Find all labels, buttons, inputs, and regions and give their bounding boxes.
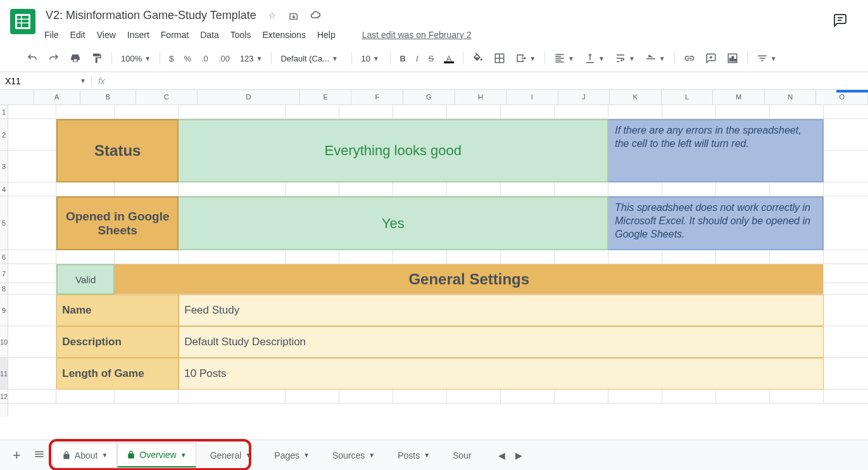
general-settings-header[interactable]: General Settings (115, 264, 824, 295)
menu-file[interactable]: File (44, 30, 59, 40)
doc-title[interactable]: V2: Misinformation Game-Study Template (43, 5, 259, 26)
col-header-A[interactable]: A (34, 90, 80, 105)
col-header-D[interactable]: D (198, 90, 300, 105)
last-edit-link[interactable]: Last edit was on February 2 (362, 30, 472, 40)
fontsize-dropdown[interactable]: 10 ▼ (357, 51, 385, 66)
field-value-0[interactable]: Feed Study (179, 295, 824, 326)
opened-value-cell[interactable]: Yes (179, 196, 608, 250)
cell[interactable] (716, 250, 770, 264)
cell[interactable] (716, 182, 770, 196)
cell[interactable] (716, 105, 770, 119)
cell[interactable] (501, 182, 555, 196)
filter-dropdown[interactable]: ▼ (753, 50, 781, 67)
status-note-cell[interactable]: If there are any errors in the spreadshe… (608, 119, 824, 182)
cell[interactable] (447, 105, 501, 119)
menu-extensions[interactable]: Extensions (262, 30, 305, 40)
opened-note-cell[interactable]: This spreadsheet does not work correctly… (608, 196, 824, 250)
menu-data[interactable]: Data (200, 30, 219, 40)
cell[interactable] (115, 182, 179, 196)
cell[interactable] (393, 105, 447, 119)
cell[interactable] (447, 250, 501, 264)
move-icon[interactable] (288, 10, 299, 22)
cell[interactable] (8, 105, 56, 119)
cell[interactable] (824, 250, 868, 264)
cell[interactable] (56, 105, 115, 119)
cell[interactable] (608, 250, 662, 264)
redo-button[interactable] (44, 49, 63, 68)
row-header-6[interactable]: 6 (0, 250, 8, 264)
cell[interactable] (770, 390, 824, 403)
paint-format-button[interactable] (87, 49, 106, 68)
cell[interactable] (8, 250, 56, 264)
row-header-5[interactable]: 5 (0, 196, 8, 250)
cell[interactable] (555, 105, 608, 119)
cell[interactable] (608, 182, 662, 196)
print-button[interactable] (66, 49, 85, 68)
col-header-F[interactable]: F (351, 90, 403, 105)
cell[interactable] (8, 119, 56, 151)
wrap-dropdown[interactable]: ▼ (611, 50, 639, 67)
cell[interactable] (8, 182, 56, 196)
col-header-H[interactable]: H (455, 90, 507, 105)
insert-chart-button[interactable] (723, 49, 742, 68)
cell[interactable] (115, 105, 179, 119)
cell[interactable] (608, 390, 662, 403)
cell[interactable] (393, 390, 447, 403)
field-value-1[interactable]: Default Study Description (179, 326, 824, 358)
row-header-8[interactable]: 8 (0, 283, 8, 295)
status-value-cell[interactable]: Everything looks good (179, 119, 608, 182)
cell[interactable] (824, 283, 868, 295)
number-format-dropdown[interactable]: 123▼ (236, 51, 267, 66)
menu-view[interactable]: View (97, 30, 116, 40)
cell[interactable] (447, 390, 501, 403)
text-color-button[interactable]: A (440, 50, 458, 67)
cell[interactable] (393, 182, 447, 196)
halign-dropdown[interactable]: ▼ (550, 50, 578, 67)
row-header-7[interactable]: 7 (0, 264, 8, 283)
cell[interactable] (56, 182, 115, 196)
cell[interactable] (501, 250, 555, 264)
col-header-C[interactable]: C (136, 90, 198, 105)
cell[interactable] (339, 105, 393, 119)
col-header-G[interactable]: G (403, 90, 455, 105)
cell[interactable] (824, 119, 868, 151)
cell[interactable] (824, 151, 868, 182)
cell[interactable] (179, 390, 286, 403)
cell[interactable] (286, 105, 339, 119)
cell[interactable] (824, 295, 868, 326)
col-header-K[interactable]: K (610, 90, 662, 105)
cell[interactable] (8, 390, 56, 403)
fill-color-button[interactable] (469, 49, 487, 68)
col-header-I[interactable]: I (506, 90, 558, 105)
strikethrough-button[interactable]: S (425, 50, 438, 67)
cell[interactable] (8, 196, 56, 250)
cell[interactable] (286, 390, 339, 403)
cell[interactable] (662, 250, 716, 264)
cell[interactable] (447, 182, 501, 196)
decimal-increase-button[interactable]: .00 (215, 50, 234, 67)
namebox-dropdown-icon[interactable]: ▼ (75, 77, 91, 84)
cell[interactable] (8, 264, 56, 283)
cell[interactable] (8, 283, 56, 295)
cloud-status-icon[interactable] (310, 10, 321, 22)
cell[interactable] (824, 182, 868, 196)
row-header-10[interactable]: 10 (0, 326, 8, 358)
cell[interactable] (824, 358, 868, 390)
cell[interactable] (115, 250, 179, 264)
cell[interactable] (339, 182, 393, 196)
col-header-M[interactable]: M (713, 90, 765, 105)
row-header-9[interactable]: 9 (0, 295, 8, 326)
field-label-0[interactable]: Name (56, 295, 179, 326)
cell[interactable] (179, 250, 286, 264)
menu-insert[interactable]: Insert (127, 30, 149, 40)
merge-dropdown[interactable]: ▼ (512, 50, 539, 67)
borders-button[interactable] (490, 49, 509, 68)
cell[interactable] (770, 250, 824, 264)
italic-button[interactable]: I (412, 50, 422, 67)
cell[interactable] (824, 264, 868, 283)
percent-button[interactable]: % (180, 50, 195, 67)
cell[interactable] (716, 390, 770, 403)
status-label-cell[interactable]: Status (56, 119, 179, 182)
cell[interactable] (608, 105, 662, 119)
field-label-2[interactable]: Length of Game (56, 358, 179, 390)
